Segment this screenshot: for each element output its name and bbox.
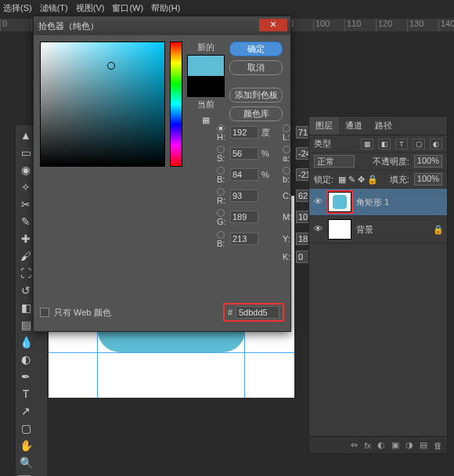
wand-tool[interactable]: ✧ — [18, 179, 34, 195]
pen-tool[interactable]: ✒ — [18, 369, 34, 384]
ok-button[interactable]: 确定 — [229, 41, 283, 56]
web-only-checkbox[interactable] — [40, 308, 49, 317]
menu-window[interactable]: 窗口(W) — [112, 2, 143, 14]
fill-field[interactable]: 100% — [414, 173, 442, 186]
preview-swatch — [187, 55, 225, 97]
guide — [49, 352, 294, 353]
text-tool[interactable]: T — [18, 386, 34, 402]
filter-icon[interactable]: ▦ — [361, 139, 373, 150]
tab-channels[interactable]: 通道 — [339, 117, 369, 135]
color-cursor — [107, 62, 115, 70]
layer-name[interactable]: 背景 — [356, 224, 373, 236]
h-input[interactable] — [230, 126, 258, 139]
adjustment-icon[interactable]: ◑ — [405, 440, 413, 450]
blur-tool[interactable]: 💧 — [18, 334, 34, 350]
layers-panel: 图层 通道 路径 类型 ▦ ◧ T ▢ ◐ 正常 不透明度: 100% 锁定: … — [308, 116, 448, 454]
eraser-tool[interactable]: ◧ — [18, 300, 34, 316]
tab-layers[interactable]: 图层 — [309, 117, 339, 135]
link-icon[interactable]: ⇔ — [351, 440, 358, 450]
panel-footer: ⇔ fx ◐ ▣ ◑ ▤ 🗑 — [309, 436, 447, 453]
new-layer-icon[interactable]: ▤ — [420, 440, 427, 450]
eyedropper-tool[interactable]: ✎ — [18, 214, 34, 229]
color-libraries-button[interactable]: 颜色库 — [229, 106, 283, 121]
filter-icon[interactable]: ◧ — [378, 139, 391, 150]
layer-thumb[interactable] — [328, 219, 351, 240]
trash-icon[interactable]: 🗑 — [434, 441, 442, 450]
hex-input[interactable] — [236, 306, 279, 319]
color-field[interactable] — [40, 41, 165, 167]
layer-row[interactable]: 👁 角矩形 1 — [309, 189, 447, 216]
dialog-title-text: 拾色器（纯色） — [38, 20, 99, 32]
move-tool[interactable]: ▲ — [18, 128, 34, 143]
web-only-label: 只有 Web 颜色 — [54, 307, 111, 319]
folder-icon[interactable]: ▣ — [391, 440, 399, 450]
bv-input[interactable] — [230, 233, 258, 245]
menu-select[interactable]: 选择(S) — [3, 2, 32, 14]
cancel-button[interactable]: 取消 — [229, 60, 283, 75]
r-input[interactable] — [230, 189, 258, 202]
menu-bar: 选择(S) 滤镜(T) 视图(V) 窗口(W) 帮助(H) — [0, 0, 454, 16]
cube-icon[interactable]: ▦ — [202, 115, 210, 125]
s-input[interactable] — [230, 147, 258, 160]
lasso-tool[interactable]: ◉ — [18, 162, 34, 178]
dodge-tool[interactable]: ◐ — [18, 352, 34, 367]
color-picker-dialog: 拾色器（纯色） × 新的 当前 ▦ 确定 取消 添加到色板 颜色库 H:度 L: — [33, 16, 291, 332]
filter-icon[interactable]: ◐ — [430, 139, 442, 150]
hue-slider[interactable] — [170, 41, 182, 167]
filter-icon[interactable]: T — [395, 139, 408, 150]
heal-tool[interactable]: ✚ — [18, 231, 34, 247]
shape-tool[interactable]: ▢ — [18, 420, 34, 436]
crop-tool[interactable]: ✂ — [18, 197, 34, 212]
current-label: 当前 — [197, 99, 214, 110]
stamp-tool[interactable]: ⛶ — [18, 265, 34, 281]
history-brush[interactable]: ↺ — [18, 283, 34, 298]
layer-name[interactable]: 角矩形 1 — [356, 197, 389, 208]
marquee-tool[interactable]: ▭ — [18, 145, 34, 160]
opacity-field[interactable]: 100% — [414, 155, 442, 168]
visibility-icon[interactable]: 👁 — [312, 197, 323, 207]
menu-filter[interactable]: 滤镜(T) — [40, 2, 68, 14]
b-input[interactable] — [230, 168, 258, 181]
lock-icon: 🔒 — [433, 225, 444, 235]
menu-help[interactable]: 帮助(H) — [151, 2, 180, 14]
layer-thumb[interactable] — [328, 192, 351, 212]
new-label: 新的 — [197, 41, 214, 53]
filter-kind[interactable]: 类型 — [314, 138, 331, 150]
add-swatch-button[interactable]: 添加到色板 — [229, 88, 283, 103]
mask-icon[interactable]: ◐ — [377, 440, 385, 450]
menu-view[interactable]: 视图(V) — [76, 2, 105, 14]
brush-tool[interactable]: 🖌 — [18, 248, 34, 264]
layer-row[interactable]: 👁 背景 🔒 — [309, 216, 447, 243]
tab-paths[interactable]: 路径 — [369, 117, 398, 135]
filter-icon[interactable]: ▢ — [413, 139, 425, 150]
dialog-titlebar[interactable]: 拾色器（纯色） × — [34, 16, 290, 35]
visibility-icon[interactable]: 👁 — [312, 224, 323, 235]
gradient-tool[interactable]: ▤ — [18, 317, 34, 333]
close-icon[interactable]: × — [259, 19, 287, 31]
blend-mode[interactable]: 正常 — [314, 155, 355, 168]
hash-label: # — [228, 308, 232, 317]
g-input[interactable] — [230, 211, 258, 223]
fx-icon[interactable]: fx — [364, 441, 371, 450]
hand-tool[interactable]: ✋ — [18, 438, 34, 453]
zoom-tool[interactable]: 🔍 — [18, 455, 34, 471]
path-tool[interactable]: ↗ — [18, 403, 34, 419]
hex-highlight: # — [223, 303, 284, 322]
lock-icon[interactable]: ▦ ✎ ✥ 🔒 — [338, 175, 378, 185]
